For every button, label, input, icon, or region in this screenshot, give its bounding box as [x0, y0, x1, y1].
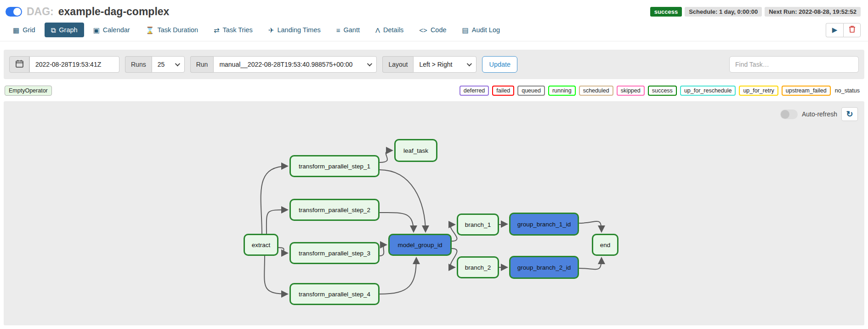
calendar-icon: ▣ [93, 27, 100, 34]
edge-extract-to-transform_parallel_step_1 [261, 166, 288, 234]
edge-group_branch_2_id-to-end [579, 258, 601, 269]
tabs: ▦Grid⧉Graph▣Calendar⌛Task Duration⇄Task … [6, 23, 826, 37]
edge-transform_parallel_step_2-to-model_group_id [380, 213, 414, 232]
tab-label: Audit Log [472, 26, 500, 34]
status-chip-upstream_failed[interactable]: upstream_failed [782, 86, 831, 96]
next-run-badge: Next Run: 2022-08-28, 19:52:52 [765, 7, 861, 17]
graph-panel: Auto-refresh ↻ extracttransform_parallel… [4, 101, 864, 325]
base-date-input[interactable]: 2022-08-28T19:53:41Z [29, 56, 119, 73]
edge-transform_parallel_step_1-to-model_group_id [380, 170, 425, 232]
tab-label: Graph [59, 26, 77, 34]
grid-icon: ▦ [13, 27, 19, 34]
last-run-status-badge[interactable]: success [650, 7, 682, 17]
refresh-icon: ↻ [846, 109, 853, 119]
runs-label: Runs [125, 56, 152, 73]
dag-title: example-dag-complex [58, 6, 170, 18]
landing-times-icon: ✈ [268, 27, 274, 34]
page-header: DAG: example-dag-complex success Schedul… [0, 0, 868, 22]
edge-extract-to-transform_parallel_step_4 [264, 256, 288, 294]
task-node-group_branch_1_id[interactable]: group_branch_1_id [509, 213, 579, 236]
task-node-transform_parallel_step_3[interactable]: transform_parallel_step_3 [289, 242, 380, 264]
auto-refresh-label: Auto-refresh [802, 110, 837, 118]
dag-label: DAG: [27, 6, 54, 18]
auto-refresh-controls: Auto-refresh ↻ [780, 107, 858, 121]
task-node-model_group_id[interactable]: model_group_id [388, 234, 452, 256]
edge-branch_1-to-group_branch_1_id [499, 224, 507, 225]
task-node-group_branch_2_id[interactable]: group_branch_2_id [509, 256, 579, 279]
operator-legend-chip: EmptyOperator [5, 86, 52, 96]
status-chip-no_status[interactable]: no_status [834, 87, 861, 95]
run-label: Run [190, 56, 214, 73]
status-chip-running[interactable]: running [548, 86, 576, 96]
status-legend: deferredfailedqueuedrunningscheduledskip… [460, 86, 861, 96]
tab-task-tries[interactable]: ⇄Task Tries [207, 23, 259, 37]
tab-label: Landing Times [277, 26, 320, 34]
status-chip-failed[interactable]: failed [492, 86, 514, 96]
calendar-icon [16, 60, 23, 69]
trash-icon [849, 25, 856, 35]
update-button[interactable]: Update [482, 56, 517, 73]
task-tries-icon: ⇄ [214, 27, 220, 34]
delete-dag-button[interactable] [843, 23, 861, 37]
tab-label: Calendar [103, 26, 130, 34]
status-chip-up_for_retry[interactable]: up_for_retry [739, 86, 778, 96]
details-icon: Λ [375, 27, 380, 34]
find-task-input[interactable] [729, 56, 859, 73]
task-node-branch_1[interactable]: branch_1 [457, 214, 499, 236]
task-node-transform_parallel_step_2[interactable]: transform_parallel_step_2 [289, 199, 380, 221]
status-chip-skipped[interactable]: skipped [617, 86, 645, 96]
status-chip-success[interactable]: success [648, 86, 677, 96]
status-chip-up_for_reschedule[interactable]: up_for_reschedule [680, 86, 736, 96]
tab-code[interactable]: <>Code [413, 23, 453, 37]
auto-refresh-toggle[interactable] [780, 110, 798, 119]
dag-edges [4, 101, 864, 325]
tab-grid[interactable]: ▦Grid [6, 23, 42, 37]
layout-value: Left > Right [419, 61, 452, 68]
task-node-extract[interactable]: extract [244, 234, 278, 256]
trigger-dag-button[interactable]: ▶ [826, 23, 843, 37]
tab-details[interactable]: ΛDetails [369, 23, 410, 37]
edge-extract-to-transform_parallel_step_2 [267, 210, 288, 235]
tab-graph[interactable]: ⧉Graph [45, 23, 84, 37]
chevron-down-icon [175, 61, 180, 66]
graph-icon: ⧉ [51, 27, 56, 34]
date-picker-button[interactable] [9, 56, 29, 73]
task-node-transform_parallel_step_1[interactable]: transform_parallel_step_1 [289, 155, 380, 177]
layout-select[interactable]: Left > Right [413, 56, 477, 73]
status-chip-queued[interactable]: queued [517, 86, 545, 96]
layout-label: Layout [382, 56, 413, 73]
legend-row: EmptyOperator deferredfailedqueuedrunnin… [0, 79, 868, 101]
dag-actions: ▶ [826, 23, 861, 37]
schedule-badge: Schedule: 1 day, 0:00:00 [685, 7, 762, 17]
play-icon: ▶ [832, 26, 838, 34]
tab-landing-times[interactable]: ✈Landing Times [262, 23, 327, 37]
refresh-button[interactable]: ↻ [841, 107, 858, 121]
run-select[interactable]: manual__2022-08-28T19:53:40.988575+00:00 [213, 56, 377, 73]
task-node-branch_2[interactable]: branch_2 [457, 256, 499, 278]
task-node-end[interactable]: end [592, 234, 618, 256]
task-duration-icon: ⌛ [146, 27, 154, 34]
tab-gantt[interactable]: ≡Gantt [330, 23, 366, 37]
dag-pause-toggle[interactable] [6, 7, 22, 17]
runs-value: 25 [158, 61, 165, 68]
tab-label: Gantt [344, 26, 360, 34]
edge-transform_parallel_step_3-to-model_group_id [380, 245, 386, 256]
filter-bar: 2022-08-28T19:53:41Z Runs 25 Run manual_… [4, 50, 864, 79]
tab-label: Details [383, 26, 403, 34]
chevron-down-icon [467, 61, 472, 66]
tab-label: Task Duration [157, 26, 198, 34]
tab-label: Code [431, 26, 447, 34]
tab-calendar[interactable]: ▣Calendar [87, 23, 136, 37]
toggle-knob [781, 110, 789, 119]
tab-audit-log[interactable]: ▤Audit Log [456, 23, 506, 37]
task-node-transform_parallel_step_4[interactable]: transform_parallel_step_4 [289, 283, 380, 305]
task-node-leaf_task[interactable]: leaf_task [394, 139, 437, 162]
code-icon: <> [419, 27, 427, 34]
audit-log-icon: ▤ [462, 27, 469, 34]
runs-select[interactable]: 25 [152, 56, 185, 73]
tab-label: Grid [23, 26, 35, 34]
status-chip-deferred[interactable]: deferred [460, 86, 489, 96]
edge-transform_parallel_step_4-to-model_group_id [380, 258, 416, 294]
status-chip-scheduled[interactable]: scheduled [579, 86, 613, 96]
tab-task-duration[interactable]: ⌛Task Duration [139, 23, 204, 37]
